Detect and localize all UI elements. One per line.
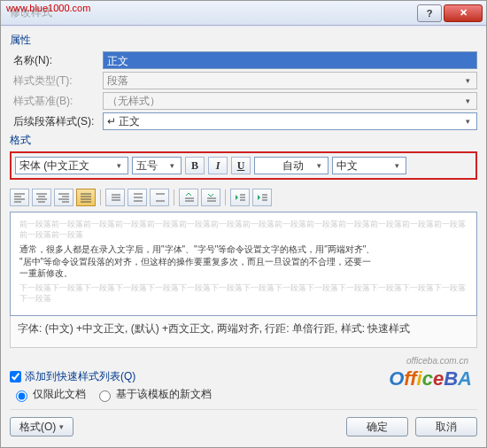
separator [100,189,101,205]
next-value: ↵ 正文 [107,114,140,129]
separator [174,189,174,205]
ghost-before: 前一段落前一段落前一段落前一段落前一段落前一段落前一段落前一段落前一段落前一段落… [19,220,468,240]
add-quick-styles-checkbox[interactable] [10,371,21,382]
chevron-down-icon: ▾ [460,115,475,127]
only-doc-radio[interactable]: 仅限此文档 [12,387,86,402]
type-value: 段落 [107,73,128,89]
lang-combo[interactable]: 中文▾ [332,157,406,174]
overlay-url: www.blue1000.com [6,3,90,13]
chevron-down-icon: ▾ [460,95,475,107]
space-before-inc-button[interactable] [179,189,198,206]
watermark-url: officeba.com.cn [406,356,468,366]
chevron-down-icon: ▾ [460,74,475,87]
chevron-down-icon: ▾ [390,159,404,172]
italic-button[interactable]: I [208,157,228,174]
next-label: 后续段落样式(S): [10,114,103,129]
modify-style-dialog: www.blue1000.com 修改样式 ? ✕ 属性 名称(N): 正文 样… [0,0,487,448]
base-label: 样式基准(B): [10,94,103,109]
chevron-down-icon: ▾ [312,159,326,172]
lang-value: 中文 [336,158,358,174]
add-quick-styles-label: 添加到快速样式列表(Q) [25,369,135,384]
help-button[interactable]: ? [417,4,442,22]
size-value: 五号 [136,158,158,174]
align-center-button[interactable] [32,189,51,206]
style-description: 字体: (中文) +中文正文, (默认) +西文正文, 两端对齐, 行距: 单倍… [10,316,477,348]
line-spacing-1-button[interactable] [105,189,125,206]
next-combo[interactable]: ↵ 正文▾ [103,112,477,130]
type-combo: 段落▾ [103,72,477,89]
indent-inc-button[interactable] [252,189,272,206]
separator [225,189,226,205]
base-combo: （无样式）▾ [103,92,477,110]
color-combo[interactable]: 自动▾ [254,157,329,174]
format-menu-button[interactable]: 格式(O) [10,417,73,436]
preview-pane: 前一段落前一段落前一段落前一段落前一段落前一段落前一段落前一段落前一段落前一段落… [10,212,477,316]
size-combo[interactable]: 五号▾ [132,157,182,174]
indent-dec-button[interactable] [230,189,250,206]
bold-button[interactable]: B [185,157,205,174]
paragraph-toolbar [10,187,477,212]
line-spacing-2-button[interactable] [150,189,169,206]
line-spacing-1-5-button[interactable] [128,189,147,206]
preview-text: 通常，很多人都是在录入文字后，用"字体"、"字号"等命令设置文字的格式，用"两端… [19,243,468,280]
name-input[interactable]: 正文 [103,51,477,69]
font-value: 宋体 (中文正文 [19,158,89,174]
template-radio[interactable]: 基于该模板的新文档 [95,387,212,402]
align-left-button[interactable] [10,189,29,206]
space-before-dec-button[interactable] [201,189,220,206]
type-label: 样式类型(T): [10,73,103,89]
font-combo[interactable]: 宋体 (中文正文▾ [15,157,128,174]
name-label: 名称(N): [10,53,103,68]
font-toolbar-highlight: 宋体 (中文正文▾ 五号▾ B I U 自动▾ 中文▾ [10,151,477,180]
close-button[interactable]: ✕ [444,4,483,22]
underline-button[interactable]: U [231,157,251,174]
base-value: （无样式） [107,94,160,109]
cancel-button[interactable]: 取消 [415,417,477,436]
chevron-down-icon: ▾ [165,159,179,172]
ghost-after: 下一段落下一段落下一段落下一段落下一段落下一段落下一段落下一段落下一段落下一段落… [19,283,468,304]
align-right-button[interactable] [54,189,73,206]
chevron-down-icon: ▾ [112,159,126,172]
ok-button[interactable]: 确定 [346,417,408,436]
section-format: 格式 [10,133,477,148]
align-justify-button[interactable] [76,189,96,206]
section-properties: 属性 [10,33,477,48]
